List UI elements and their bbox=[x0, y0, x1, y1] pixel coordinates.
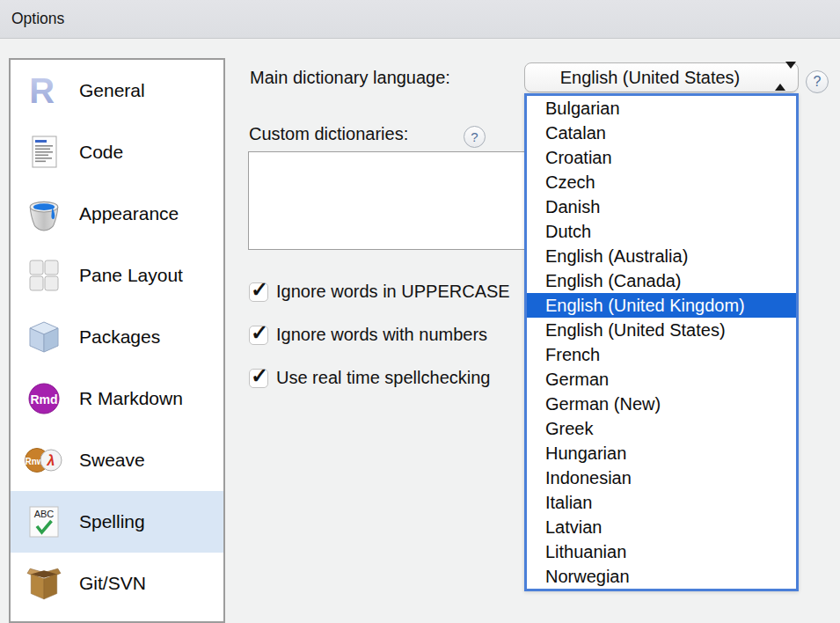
sidebar-item-label: Code bbox=[79, 142, 123, 163]
dropdown-option[interactable]: German (New) bbox=[527, 392, 796, 416]
dropdown-option[interactable]: Latvian bbox=[527, 515, 796, 539]
dropdown-option[interactable]: Croatian bbox=[527, 145, 796, 170]
sidebar-item-r-markdown[interactable]: Rmd R Markdown bbox=[11, 368, 223, 429]
checkbox-label: Ignore words with numbers bbox=[276, 325, 487, 345]
spellcheck-icon: ABC bbox=[25, 502, 63, 541]
dropdown-option[interactable]: Bulgarian bbox=[527, 96, 796, 121]
dropdown-option[interactable]: Dutch bbox=[527, 219, 796, 244]
checkmark-icon: ✓ bbox=[251, 363, 268, 388]
ignore-uppercase-checkbox[interactable]: ✓ bbox=[249, 282, 268, 302]
sidebar-item-git-svn[interactable]: Git/SVN bbox=[11, 553, 223, 614]
checkmark-icon: ✓ bbox=[251, 320, 268, 345]
select-updown-arrows-icon bbox=[775, 69, 785, 84]
dropdown-option[interactable]: Danish bbox=[527, 194, 796, 219]
svg-text:Rmd: Rmd bbox=[30, 392, 57, 407]
sidebar-item-general[interactable]: R General bbox=[11, 60, 223, 121]
dropdown-option[interactable]: Greek bbox=[527, 416, 796, 441]
dropdown-option[interactable]: English (Australia) bbox=[527, 244, 796, 268]
dropdown-option[interactable]: English (United Kingdom) bbox=[527, 293, 796, 318]
dictionary-help-icon[interactable]: ? bbox=[806, 70, 829, 93]
paint-bucket-icon bbox=[25, 194, 63, 233]
dropdown-option[interactable]: German bbox=[527, 367, 796, 392]
main-dictionary-language-select[interactable]: English (United States) bbox=[524, 62, 799, 92]
window-titlebar: Options bbox=[0, 0, 840, 39]
r-logo-icon: R bbox=[25, 71, 63, 110]
svg-text:ABC: ABC bbox=[34, 509, 55, 519]
language-dropdown-list: BulgarianCatalanCroatianCzechDanishDutch… bbox=[524, 93, 799, 591]
realtime-spellcheck-row: ✓ Use real time spellchecking bbox=[249, 368, 490, 388]
checkbox-label: Ignore words in UPPERCASE bbox=[276, 282, 510, 302]
sidebar-item-code[interactable]: Code bbox=[11, 121, 223, 183]
sidebar-item-label: R Markdown bbox=[79, 388, 183, 409]
dropdown-option[interactable]: Czech bbox=[527, 170, 796, 194]
dropdown-option[interactable]: Hungarian bbox=[527, 441, 796, 465]
svg-text:λ: λ bbox=[47, 453, 55, 468]
ignore-numbers-row: ✓ Ignore words with numbers bbox=[249, 325, 487, 345]
options-category-sidebar: R General Code bbox=[9, 58, 225, 623]
sweave-pdf-icon: Rnw λ bbox=[25, 441, 63, 480]
dropdown-option[interactable]: Italian bbox=[527, 490, 796, 515]
code-document-icon bbox=[25, 133, 63, 172]
main-dictionary-language-label: Main dictionary language: bbox=[250, 68, 450, 88]
ignore-numbers-checkbox[interactable]: ✓ bbox=[249, 326, 268, 345]
pane-grid-icon bbox=[25, 256, 63, 295]
sidebar-item-label: Git/SVN bbox=[79, 573, 146, 594]
sidebar-item-packages[interactable]: Packages bbox=[11, 306, 223, 368]
sidebar-item-label: Sweave bbox=[79, 450, 145, 471]
box-icon bbox=[25, 564, 63, 603]
sidebar-item-label: Appearance bbox=[79, 203, 179, 224]
dropdown-option[interactable]: Catalan bbox=[527, 121, 796, 145]
select-current-value: English (United States) bbox=[560, 68, 763, 88]
sidebar-item-label: Packages bbox=[79, 326, 160, 348]
custom-dictionaries-help-icon[interactable]: ? bbox=[464, 126, 486, 148]
sidebar-item-pane-layout[interactable]: Pane Layout bbox=[11, 245, 223, 306]
sidebar-item-appearance[interactable]: Appearance bbox=[11, 183, 223, 245]
package-cube-icon bbox=[25, 318, 63, 356]
custom-dictionaries-label: Custom dictionaries: bbox=[249, 124, 408, 144]
sidebar-item-label: Pane Layout bbox=[79, 265, 183, 286]
dropdown-option[interactable]: Indonesian bbox=[527, 465, 796, 490]
realtime-spellcheck-checkbox[interactable]: ✓ bbox=[249, 369, 268, 388]
sidebar-item-label: Spelling bbox=[79, 511, 145, 532]
dropdown-option[interactable]: English (United States) bbox=[527, 318, 796, 342]
dropdown-option[interactable]: Lithuanian bbox=[527, 539, 796, 564]
dropdown-option[interactable]: French bbox=[527, 342, 796, 367]
sidebar-item-label: General bbox=[79, 80, 145, 101]
sidebar-item-sweave[interactable]: Rnw λ Sweave bbox=[11, 429, 223, 491]
sidebar-item-spelling[interactable]: ABC Spelling bbox=[11, 491, 223, 553]
svg-text:R: R bbox=[29, 72, 55, 109]
rmd-badge-icon: Rmd bbox=[25, 379, 63, 418]
ignore-uppercase-row: ✓ Ignore words in UPPERCASE bbox=[249, 282, 510, 302]
dropdown-option[interactable]: Norwegian bbox=[527, 564, 796, 589]
window-title: Options bbox=[11, 0, 64, 38]
checkbox-label: Use real time spellchecking bbox=[276, 368, 490, 388]
checkmark-icon: ✓ bbox=[251, 277, 268, 302]
dropdown-option[interactable]: English (Canada) bbox=[527, 268, 796, 293]
